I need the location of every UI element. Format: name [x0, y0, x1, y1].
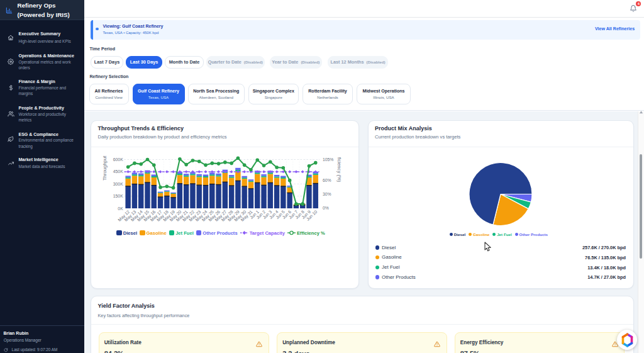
svg-text:300K: 300K	[113, 181, 123, 186]
svg-text:450K: 450K	[113, 169, 123, 174]
svg-text:105%: 105%	[323, 157, 333, 161]
svg-text:30%: 30%	[323, 192, 331, 196]
svg-text:Throughput: Throughput	[101, 155, 107, 180]
svg-text:60%: 60%	[323, 178, 331, 182]
svg-text:150K: 150K	[113, 194, 123, 198]
svg-text:0K: 0K	[118, 206, 123, 210]
svg-text:0%: 0%	[323, 206, 329, 210]
svg-text:600K: 600K	[113, 157, 123, 161]
svg-text:ficiency (%): ficiency (%)	[336, 157, 342, 182]
